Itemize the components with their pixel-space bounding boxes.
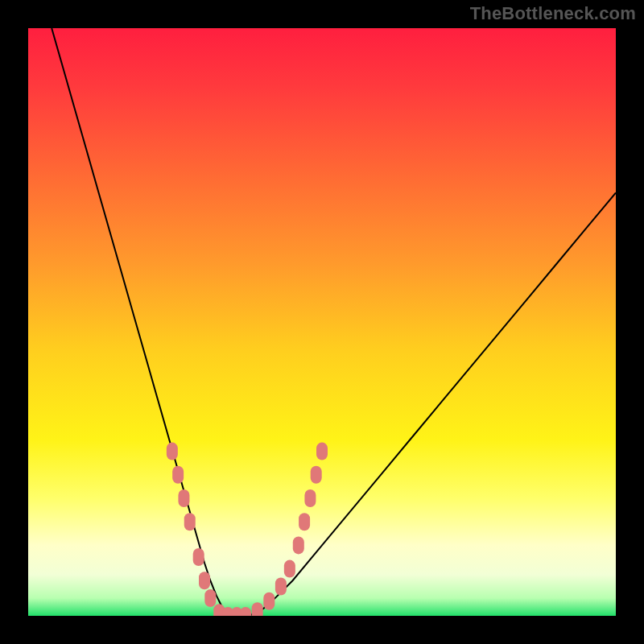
- marker-point: [299, 513, 310, 530]
- marker-point: [275, 578, 287, 596]
- marker-point: [184, 513, 196, 530]
- marker-point: [178, 489, 189, 507]
- marker-point: [293, 536, 304, 554]
- bottleneck-chart: [28, 28, 616, 616]
- marker-point: [204, 589, 216, 607]
- plot-area: [28, 28, 616, 616]
- marker-point: [316, 443, 328, 460]
- marker-point: [172, 466, 184, 484]
- marker-point: [263, 592, 275, 610]
- marker-point: [284, 560, 295, 578]
- gradient-background: [28, 28, 616, 616]
- marker-point: [199, 572, 210, 589]
- marker-point: [252, 602, 263, 616]
- marker-point: [304, 489, 316, 507]
- marker-point: [167, 443, 178, 460]
- watermark-text: TheBottleneck.com: [470, 3, 636, 24]
- marker-point: [311, 466, 322, 484]
- chart-stage: TheBottleneck.com: [0, 0, 644, 644]
- marker-point: [193, 548, 204, 566]
